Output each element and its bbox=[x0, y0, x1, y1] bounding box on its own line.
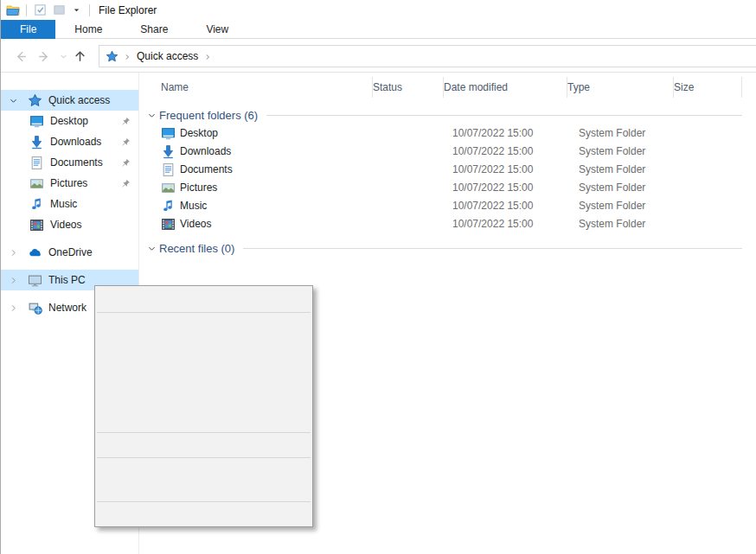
document-icon bbox=[29, 156, 44, 170]
properties-icon[interactable] bbox=[32, 3, 48, 18]
file-row-downloads[interactable]: Downloads 10/07/2022 15:00 System Folder bbox=[139, 143, 756, 161]
sidebar-item-desktop[interactable]: Desktop bbox=[1, 111, 138, 131]
music-icon bbox=[29, 197, 44, 212]
group-header-frequent-folders[interactable]: Frequent folders (6) bbox=[139, 105, 756, 124]
column-header-name[interactable]: Name bbox=[161, 77, 373, 98]
context-menu bbox=[94, 285, 313, 527]
quick-access-star-icon bbox=[28, 93, 42, 108]
title-bar: File Explorer bbox=[1, 0, 756, 20]
context-menu-item-disconnect-network-drive[interactable] bbox=[95, 411, 312, 430]
column-headers: NameStatusDate modifiedTypeSize bbox=[139, 74, 756, 100]
sidebar-item-pictures[interactable]: Pictures bbox=[1, 173, 138, 194]
menu-separator bbox=[97, 501, 311, 502]
network-icon bbox=[28, 301, 42, 315]
sidebar-item-music[interactable]: Music bbox=[1, 194, 138, 214]
desktop-icon bbox=[29, 114, 44, 129]
breadcrumb-location[interactable]: Quick access bbox=[137, 50, 198, 62]
breadcrumb-chevron-icon[interactable] bbox=[203, 50, 212, 62]
breadcrumb-chevron-icon[interactable] bbox=[123, 50, 131, 62]
chevron-down-icon[interactable] bbox=[146, 111, 157, 120]
tab-file[interactable]: File bbox=[1, 20, 55, 39]
tab-view[interactable]: View bbox=[187, 20, 247, 39]
group-header-recent-files[interactable]: Recent files (0) bbox=[139, 239, 756, 258]
sidebar-item-quick-access[interactable]: Quick access bbox=[1, 90, 138, 111]
context-menu-item-add-a-network-location[interactable] bbox=[95, 436, 312, 455]
group-rule bbox=[266, 115, 742, 116]
sidebar-item-videos[interactable]: Videos bbox=[1, 214, 138, 235]
pin-icon bbox=[120, 136, 131, 147]
address-bar[interactable]: Quick access bbox=[99, 45, 756, 67]
context-menu-item-pin-to-start[interactable] bbox=[95, 334, 312, 353]
chevron-right-icon[interactable] bbox=[8, 276, 18, 285]
chevron-right-icon[interactable] bbox=[8, 303, 18, 313]
this-pc-icon bbox=[28, 273, 42, 288]
context-menu-item-properties[interactable] bbox=[95, 505, 312, 524]
back-icon[interactable] bbox=[11, 48, 29, 65]
chevron-down-icon[interactable] bbox=[146, 244, 157, 253]
context-menu-item-map-network-drive[interactable] bbox=[95, 353, 312, 373]
menu-separator bbox=[97, 457, 311, 458]
column-header-type[interactable]: Type bbox=[567, 77, 674, 98]
tab-home[interactable]: Home bbox=[55, 20, 121, 39]
forward-icon[interactable] bbox=[35, 48, 53, 65]
column-header-date-modified[interactable]: Date modified bbox=[444, 77, 567, 98]
column-header-size[interactable]: Size bbox=[674, 77, 742, 98]
menu-separator bbox=[97, 312, 311, 313]
context-menu-item-open-in-new-window[interactable] bbox=[95, 373, 312, 392]
pictures-icon bbox=[161, 181, 176, 195]
sidebar-item-downloads[interactable]: Downloads bbox=[1, 131, 138, 152]
file-row-music[interactable]: Music 10/07/2022 15:00 System Folder bbox=[139, 197, 756, 215]
divider bbox=[89, 4, 90, 16]
file-row-pictures[interactable]: Pictures 10/07/2022 15:00 System Folder bbox=[139, 179, 756, 197]
menu-separator bbox=[97, 432, 311, 433]
navigation-bar: Quick access bbox=[1, 40, 756, 72]
tab-share[interactable]: Share bbox=[121, 20, 187, 39]
chevron-down-icon[interactable] bbox=[8, 96, 18, 105]
sidebar-item-documents[interactable]: Documents bbox=[1, 152, 138, 173]
pin-icon bbox=[120, 177, 131, 188]
context-menu-item-rename[interactable] bbox=[95, 480, 312, 499]
download-icon bbox=[161, 144, 176, 159]
pin-icon bbox=[120, 156, 131, 168]
file-row-videos[interactable]: Videos 10/07/2022 15:00 System Folder bbox=[139, 215, 756, 233]
history-dropdown-icon[interactable] bbox=[54, 48, 72, 65]
explorer-logo-icon bbox=[5, 3, 21, 18]
up-icon[interactable] bbox=[71, 48, 88, 65]
music-icon bbox=[161, 199, 176, 213]
document-icon bbox=[161, 162, 176, 177]
context-menu-item-delete[interactable] bbox=[95, 461, 312, 480]
file-row-desktop[interactable]: Desktop 10/07/2022 15:00 System Folder bbox=[139, 124, 756, 143]
quick-access-star-icon bbox=[106, 49, 119, 62]
divider bbox=[26, 4, 27, 16]
onedrive-icon bbox=[28, 245, 42, 260]
pictures-icon bbox=[29, 176, 44, 191]
group-rule bbox=[243, 248, 742, 249]
sidebar-item-onedrive[interactable]: OneDrive bbox=[1, 242, 138, 263]
chevron-right-icon[interactable] bbox=[8, 248, 18, 258]
videos-icon bbox=[29, 218, 44, 232]
videos-icon bbox=[161, 217, 176, 232]
file-row-documents[interactable]: Documents 10/07/2022 15:00 System Folder bbox=[139, 161, 756, 179]
context-menu-item-manage[interactable] bbox=[95, 315, 312, 334]
context-menu-item-expand[interactable] bbox=[95, 289, 312, 309]
desktop-icon bbox=[161, 126, 176, 141]
download-icon bbox=[29, 135, 44, 150]
context-menu-item-pin-to-quick-access[interactable] bbox=[95, 392, 312, 411]
window-title: File Explorer bbox=[99, 4, 157, 16]
qat-dropdown-icon[interactable] bbox=[68, 3, 84, 18]
new-folder-icon[interactable] bbox=[51, 3, 67, 18]
ribbon-tabs: FileHomeShareView bbox=[1, 20, 756, 39]
pin-icon bbox=[120, 115, 131, 126]
column-header-status[interactable]: Status bbox=[373, 77, 444, 98]
